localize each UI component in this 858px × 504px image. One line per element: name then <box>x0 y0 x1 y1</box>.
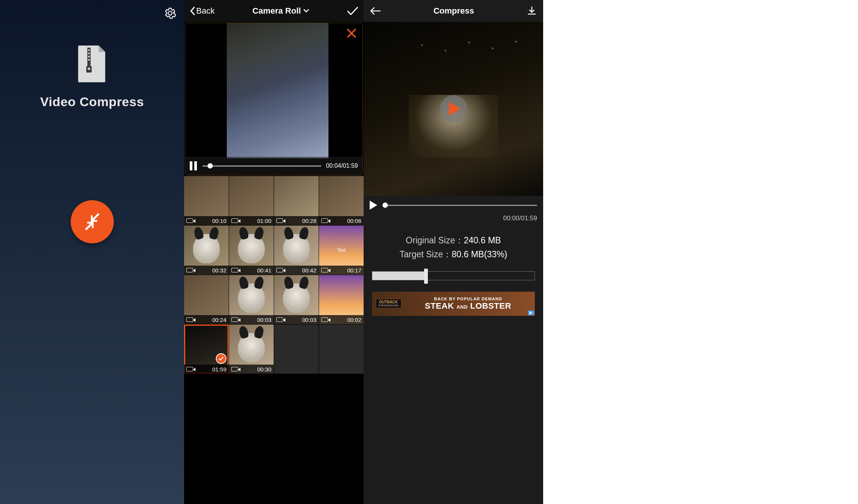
chevron-down-icon <box>303 9 309 13</box>
ad-banner[interactable]: OUTBACKSTEAKHOUSE BACK BY POPULAR DEMAND… <box>372 292 535 316</box>
thumb-duration: 00:06 <box>347 218 361 224</box>
preview-scrubber[interactable] <box>203 165 321 167</box>
thumb-label: Test <box>337 247 345 253</box>
zip-file-icon <box>76 45 108 85</box>
video-thumb[interactable]: 00:30 <box>229 325 274 374</box>
video-thumb[interactable]: 00:03 <box>274 275 319 324</box>
video-icon <box>186 268 193 272</box>
video-icon <box>321 218 328 223</box>
video-thumb[interactable]: 00:10 <box>184 176 229 225</box>
svg-rect-3 <box>88 56 90 57</box>
compress-arrows-icon <box>81 211 103 233</box>
preview-pane: 00:04/01:59 <box>185 23 363 175</box>
video-icon <box>321 317 328 322</box>
thumb-duration: 00:03 <box>257 317 271 323</box>
slider-knob[interactable] <box>424 269 428 284</box>
thumb-duration: 00:24 <box>212 317 226 323</box>
gear-icon <box>164 7 177 20</box>
video-thumb[interactable]: 00:02 <box>319 275 364 324</box>
target-size-value: 80.6 MB(33%) <box>452 249 507 259</box>
video-icon <box>231 367 238 371</box>
svg-rect-1 <box>88 49 90 51</box>
preview-video-frame[interactable] <box>227 23 328 158</box>
compress-time: 00:00/01:59 <box>364 215 543 225</box>
export-button[interactable] <box>527 6 537 16</box>
quality-slider[interactable] <box>372 271 535 280</box>
video-icon <box>231 317 238 322</box>
svg-rect-4 <box>88 59 90 60</box>
video-icon <box>231 268 238 272</box>
video-icon <box>231 218 238 223</box>
video-thumb[interactable]: 00:42 <box>274 226 319 275</box>
video-thumb[interactable]: 00:32 <box>184 226 229 275</box>
video-thumb[interactable]: 00:41 <box>229 226 274 275</box>
video-icon <box>276 268 283 272</box>
play-button[interactable] <box>440 95 467 122</box>
adchoices-badge[interactable] <box>528 311 534 315</box>
pause-button[interactable] <box>190 161 198 170</box>
thumb-duration: 00:30 <box>257 366 271 373</box>
ad-brand-logo: OUTBACKSTEAKHOUSE <box>376 299 401 308</box>
thumb-info-bar: 00:30 <box>229 365 274 374</box>
svg-rect-6 <box>88 68 90 70</box>
thumb-duration: 00:02 <box>347 317 361 323</box>
checkmark-icon <box>218 356 224 362</box>
thumb-info-bar: 00:24 <box>184 315 229 324</box>
page-title: Compress <box>434 6 474 16</box>
preview-time: 00:04/01:59 <box>326 162 358 169</box>
compress-scrubber[interactable] <box>383 205 537 206</box>
scrubber-thumb[interactable] <box>208 163 213 169</box>
video-thumb[interactable]: 01:59 <box>184 325 229 374</box>
video-thumb[interactable]: 00:03 <box>229 275 274 324</box>
video-thumb[interactable]: 00:24 <box>184 275 229 324</box>
video-icon <box>321 268 328 272</box>
chevron-left-icon <box>189 6 195 15</box>
video-grid: 00:1001:0000:2800:0600:3200:4100:42Test0… <box>184 176 364 504</box>
video-thumb[interactable]: 00:28 <box>274 176 319 225</box>
video-icon <box>276 317 283 322</box>
settings-button[interactable] <box>164 7 177 20</box>
scrubber-thumb[interactable] <box>383 203 388 208</box>
video-thumb[interactable]: 00:06 <box>319 176 364 225</box>
video-thumb-empty <box>319 325 364 374</box>
thumb-info-bar: 00:06 <box>319 216 364 225</box>
confirm-button[interactable] <box>347 6 358 15</box>
thumb-duration: 01:59 <box>212 366 226 373</box>
album-selector[interactable]: Camera Roll <box>252 6 309 16</box>
back-label: Back <box>196 6 215 16</box>
video-icon <box>186 317 193 322</box>
video-thumb[interactable]: 01:00 <box>229 176 274 225</box>
slider-fill <box>372 272 426 280</box>
thumb-duration: 00:17 <box>347 267 361 274</box>
play-icon <box>449 102 460 116</box>
picker-header: Back Camera Roll <box>184 0 364 22</box>
back-button[interactable] <box>370 6 381 15</box>
thumb-info-bar: 00:28 <box>274 216 319 225</box>
preview-decor <box>375 37 532 82</box>
adchoices-icon <box>529 311 533 315</box>
checkmark-icon <box>347 6 358 15</box>
back-button[interactable]: Back <box>189 6 215 16</box>
thumb-duration: 00:10 <box>212 218 226 224</box>
play-button-small[interactable] <box>370 201 377 210</box>
preview-controls: 00:04/01:59 <box>185 157 362 175</box>
thumb-info-bar: 00:03 <box>229 315 274 324</box>
x-icon <box>346 28 357 39</box>
thumb-duration: 00:42 <box>302 267 316 274</box>
download-icon <box>527 6 537 16</box>
thumb-duration: 00:03 <box>302 317 316 323</box>
arrow-left-icon <box>370 6 381 15</box>
thumb-info-bar: 01:00 <box>229 216 274 225</box>
thumb-duration: 00:32 <box>212 267 226 274</box>
close-preview-button[interactable] <box>346 28 357 39</box>
thumb-info-bar: 01:59 <box>184 365 229 374</box>
app-title: Video Compress <box>40 94 144 109</box>
video-thumb[interactable]: Test00:17 <box>319 226 364 275</box>
video-icon <box>276 218 283 223</box>
screen-picker: Back Camera Roll 00:04/01:59 00:1001:000… <box>184 0 364 504</box>
target-size-label: Target Size： <box>400 249 452 259</box>
compress-button[interactable] <box>71 200 114 243</box>
thumb-duration: 01:00 <box>257 218 271 224</box>
thumb-duration: 00:41 <box>257 267 271 274</box>
selected-badge <box>216 353 226 364</box>
